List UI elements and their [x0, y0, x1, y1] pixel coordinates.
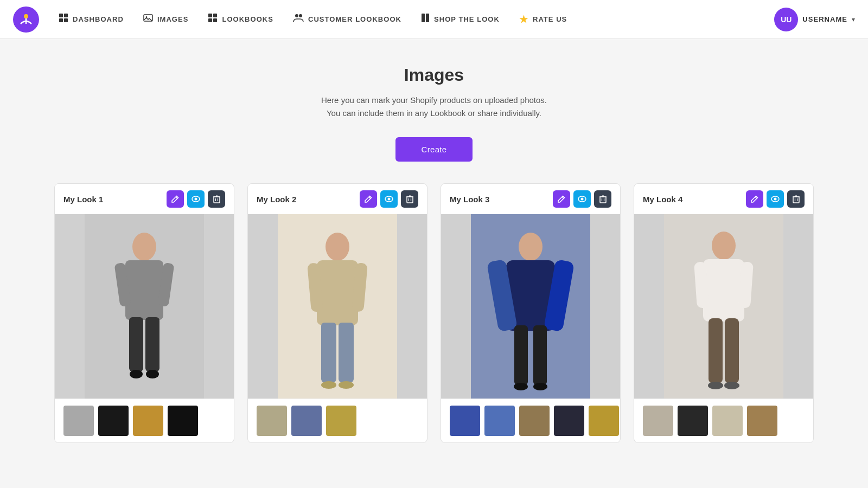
thumbnail-3-5[interactable] — [589, 406, 619, 436]
look-card-header-4: My Look 4 — [634, 184, 813, 214]
svg-point-32 — [146, 370, 159, 378]
svg-rect-5 — [64, 18, 68, 22]
look-card-header-3: My Look 3 — [441, 184, 620, 214]
look-title-4: My Look 4 — [643, 195, 682, 204]
page-subtitle-1: Here you can mark your Shopify products … — [22, 94, 846, 107]
view-button-1[interactable] — [187, 190, 205, 208]
thumbnail-1-2[interactable] — [98, 406, 129, 436]
look-actions-4 — [746, 190, 805, 208]
svg-rect-30 — [145, 317, 159, 371]
edit-button-2[interactable] — [360, 190, 377, 208]
app-logo[interactable] — [13, 7, 39, 33]
thumbnail-2-3[interactable] — [326, 406, 356, 436]
customer-lookbook-icon — [293, 13, 304, 25]
thumbnail-4-4[interactable] — [747, 406, 777, 436]
delete-button-4[interactable] — [787, 190, 805, 208]
username-label: USERNAME — [802, 15, 847, 23]
create-button-wrap: Create — [22, 137, 846, 162]
svg-point-65 — [514, 383, 528, 390]
look-title-2: My Look 2 — [257, 195, 296, 204]
user-menu[interactable]: UU USERNAME ▾ — [774, 8, 855, 31]
thumbnail-2-1[interactable] — [257, 406, 287, 436]
nav-item-images[interactable]: IMAGES — [135, 9, 197, 30]
look-card-header-1: My Look 1 — [55, 184, 234, 214]
thumbnail-4-3[interactable] — [712, 406, 743, 436]
view-button-3[interactable] — [573, 190, 591, 208]
svg-rect-3 — [64, 14, 68, 17]
nav-items: DASHBOARD IMAGES LOOKBOOKS CUSTOMER LOOK… — [50, 9, 770, 30]
look-card-header-2: My Look 2 — [248, 184, 427, 214]
page-header: Images Here you can mark your Shopify pr… — [22, 65, 846, 120]
nav-item-shop-the-look[interactable]: SHOP THE LOOK — [412, 9, 508, 30]
thumbnail-3-2[interactable] — [484, 406, 515, 436]
lookbooks-icon — [208, 13, 218, 25]
svg-rect-53 — [600, 197, 606, 203]
dashboard-icon — [59, 13, 68, 25]
look-card-4: My Look 4 — [634, 183, 814, 443]
svg-point-25 — [132, 233, 156, 261]
svg-point-69 — [774, 198, 777, 201]
svg-rect-47 — [339, 323, 354, 382]
look-image-1 — [55, 214, 234, 399]
look-thumbnails-1 — [55, 399, 234, 442]
main-content: Images Here you can mark your Shopify pr… — [0, 39, 868, 488]
svg-point-82 — [708, 382, 723, 389]
shop-the-look-icon — [421, 13, 430, 25]
create-button[interactable]: Create — [395, 137, 473, 162]
svg-rect-36 — [407, 197, 413, 203]
look-card-1: My Look 1 — [54, 183, 234, 443]
svg-point-48 — [321, 381, 336, 389]
svg-point-59 — [519, 233, 542, 261]
view-button-4[interactable] — [767, 190, 784, 208]
svg-rect-15 — [426, 14, 429, 22]
thumbnail-1-1[interactable] — [63, 406, 94, 436]
thumbnail-3-3[interactable] — [519, 406, 550, 436]
delete-button-1[interactable] — [208, 190, 225, 208]
edit-button-1[interactable] — [167, 190, 184, 208]
edit-button-3[interactable] — [553, 190, 570, 208]
svg-rect-14 — [422, 14, 425, 22]
thumbnail-4-1[interactable] — [643, 406, 673, 436]
thumbnail-3-4[interactable] — [554, 406, 584, 436]
svg-point-31 — [130, 370, 143, 378]
svg-point-0 — [24, 14, 28, 18]
svg-rect-43 — [317, 260, 358, 325]
svg-point-13 — [299, 14, 302, 17]
svg-rect-8 — [208, 14, 212, 17]
look-thumbnails-3 — [441, 399, 620, 442]
svg-point-42 — [326, 233, 349, 261]
svg-point-49 — [339, 381, 354, 389]
thumbnail-3-1[interactable] — [450, 406, 480, 436]
svg-rect-9 — [213, 14, 217, 17]
look-card-2: My Look 2 — [247, 183, 427, 443]
rate-us-icon: ★ — [519, 14, 528, 25]
view-button-2[interactable] — [380, 190, 398, 208]
look-image-2 — [248, 214, 427, 399]
svg-rect-80 — [709, 318, 723, 383]
thumbnail-2-2[interactable] — [291, 406, 322, 436]
look-image-4 — [634, 214, 813, 399]
page-title: Images — [22, 65, 846, 85]
delete-button-2[interactable] — [401, 190, 418, 208]
edit-button-4[interactable] — [746, 190, 763, 208]
thumbnail-4-2[interactable] — [678, 406, 708, 436]
look-actions-2 — [360, 190, 418, 208]
svg-point-76 — [712, 232, 736, 260]
svg-point-83 — [724, 382, 739, 389]
svg-rect-81 — [725, 318, 739, 383]
images-icon — [143, 13, 153, 25]
page-subtitle-2: You can include them in any Lookbook or … — [22, 107, 846, 120]
nav-item-lookbooks[interactable]: LOOKBOOKS — [199, 9, 282, 30]
svg-rect-64 — [533, 325, 547, 385]
look-actions-3 — [553, 190, 611, 208]
nav-item-dashboard[interactable]: DASHBOARD — [50, 9, 132, 30]
thumbnail-1-4[interactable] — [168, 406, 198, 436]
look-actions-1 — [167, 190, 225, 208]
svg-rect-29 — [129, 317, 143, 371]
nav-item-customer-lookbook[interactable]: CUSTOMER LOOKBOOK — [284, 9, 410, 30]
thumbnail-1-3[interactable] — [133, 406, 163, 436]
svg-rect-46 — [321, 323, 336, 382]
delete-button-3[interactable] — [594, 190, 611, 208]
nav-item-rate-us[interactable]: ★ RATE US — [510, 9, 576, 30]
svg-rect-77 — [703, 259, 744, 322]
